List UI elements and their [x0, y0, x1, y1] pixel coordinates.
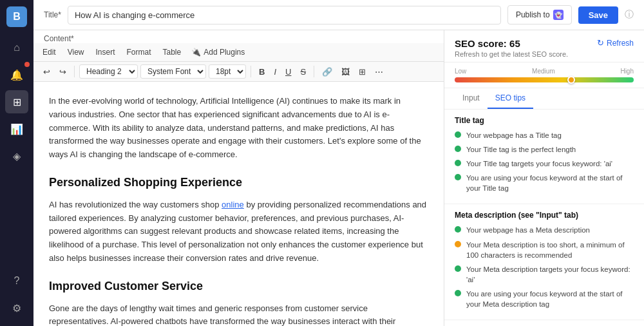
seo-item-text: Your Title tag targets your focus keywor… — [466, 158, 612, 169]
sidebar: B ⌂ 🔔 ⊞ 📊 ◈ ? ⚙ — [0, 0, 33, 326]
editor-menu: Edit View Insert Format Table 🔌 Add Plug… — [33, 43, 444, 62]
seo-bar-labels: Low Medium High — [455, 68, 634, 75]
refresh-label: Refresh — [607, 39, 634, 48]
status-dot-green — [455, 290, 461, 296]
seo-item-text: Your Meta description is too short, a mi… — [466, 240, 634, 260]
notification-icon[interactable]: 🔔 — [5, 63, 28, 86]
seo-bar-container: Low Medium High — [444, 62, 644, 88]
seo-item: Your webpage has a Meta description — [455, 225, 634, 235]
undo-button[interactable]: ↩ — [40, 65, 53, 79]
seo-item: Your Meta description is too short, a mi… — [455, 240, 634, 260]
publish-button[interactable]: Publish to 👻 — [507, 5, 572, 24]
seo-subtitle: Refresh to get the latest SEO score. — [455, 50, 568, 58]
menu-edit[interactable]: Edit — [41, 46, 57, 59]
italic-button[interactable]: I — [270, 65, 279, 79]
refresh-icon: ↻ — [597, 38, 604, 48]
save-button[interactable]: Save — [578, 6, 618, 24]
seo-score-info: SEO score: 65 Refresh to get the latest … — [455, 38, 568, 58]
help-icon[interactable]: ? — [5, 269, 28, 292]
online-link[interactable]: online — [222, 200, 244, 209]
seo-item: Your Title tag targets your focus keywor… — [455, 158, 634, 169]
editor-wrapper: Content* Edit View Insert Format Table 🔌… — [33, 30, 644, 326]
seo-headings-section: Page headings Your webpage has a H1 tag … — [444, 320, 644, 326]
status-dot-green — [455, 265, 461, 272]
status-dot-green — [455, 174, 461, 180]
seo-header: SEO score: 65 Refresh to get the latest … — [444, 30, 644, 62]
heading-select[interactable]: Heading 2 Heading 1 Heading 3 Paragraph — [79, 64, 138, 79]
heading-personalized: Personalized Shopping Experience — [49, 173, 428, 192]
title-input[interactable] — [68, 6, 501, 24]
seo-item-text: You are using your focus keyword at the … — [466, 289, 634, 309]
seo-item-text: Your webpage has a Meta description — [466, 225, 590, 235]
para-customer-service: Gone are the days of lengthy wait times … — [49, 302, 428, 326]
notification-badge: 🔔 — [5, 63, 28, 86]
tab-seo-tips[interactable]: SEO tips — [488, 88, 533, 109]
seo-item-text: Your webpage has a Title tag — [466, 130, 562, 140]
strikethrough-button[interactable]: S — [297, 65, 309, 79]
seo-bar-indicator — [567, 76, 575, 84]
toolbar-sep-3 — [314, 66, 314, 77]
seo-item-text: Your Title tag is the perfect length — [466, 144, 576, 155]
status-dot-yellow — [455, 241, 461, 247]
chart-icon[interactable]: 📊 — [5, 117, 28, 140]
editor-content[interactable]: In the ever-evolving world of technology… — [33, 82, 444, 326]
add-plugins-label: Add Plugins — [204, 48, 245, 57]
status-dot-green — [455, 160, 461, 166]
seo-title-tag-heading: Title tag — [455, 116, 634, 125]
home-icon[interactable]: ⌂ — [5, 36, 28, 59]
size-select[interactable]: 18pt — [209, 64, 246, 79]
seo-item: Your webpage has a Title tag — [455, 130, 634, 140]
info-icon[interactable]: ⓘ — [625, 9, 634, 21]
puzzle-icon[interactable]: ◈ — [5, 144, 28, 168]
notification-dot — [24, 62, 30, 67]
bar-label-high: High — [620, 68, 634, 75]
topbar: Title* Publish to 👻 Save ⓘ — [33, 0, 644, 30]
seo-item: Your Title tag is the perfect length — [455, 144, 634, 155]
font-select[interactable]: System Font — [140, 64, 206, 79]
status-dot-green — [455, 131, 461, 138]
bar-label-low: Low — [455, 68, 466, 75]
seo-score-bar — [455, 77, 634, 82]
seo-item: Your Meta description targets your focus… — [455, 264, 634, 285]
bold-button[interactable]: B — [256, 65, 268, 79]
title-label: Title* — [44, 10, 61, 19]
toolbar-sep-1 — [74, 66, 75, 77]
puzzle-small-icon: 🔌 — [191, 48, 201, 57]
seo-title-tag-section: Title tag Your webpage has a Title tag Y… — [444, 110, 644, 204]
content-label: Content* — [33, 30, 444, 43]
bar-label-medium: Medium — [532, 68, 555, 75]
add-plugins-button[interactable]: 🔌 Add Plugins — [191, 48, 245, 57]
status-dot-green — [455, 226, 461, 233]
seo-item: You are using your focus keyword at the … — [455, 173, 634, 193]
ghost-icon: 👻 — [553, 10, 564, 20]
toolbar-sep-2 — [251, 66, 251, 77]
editor-toolbar: ↩ ↪ Heading 2 Heading 1 Heading 3 Paragr… — [33, 62, 444, 82]
underline-button[interactable]: U — [282, 65, 294, 79]
link-button[interactable]: 🔗 — [319, 65, 336, 79]
seo-panel: SEO score: 65 Refresh to get the latest … — [444, 30, 644, 326]
menu-format[interactable]: Format — [126, 46, 153, 59]
menu-table[interactable]: Table — [162, 46, 183, 59]
menu-insert[interactable]: Insert — [94, 46, 116, 59]
publish-label: Publish to — [516, 10, 550, 19]
table-button[interactable]: ⊞ — [355, 65, 369, 79]
editor-panel: Content* Edit View Insert Format Table 🔌… — [33, 30, 444, 326]
refresh-button[interactable]: ↻ Refresh — [597, 38, 634, 48]
sidebar-logo[interactable]: B — [6, 6, 27, 27]
redo-button[interactable]: ↪ — [56, 65, 70, 79]
settings-icon[interactable]: ⚙ — [5, 296, 28, 320]
para-personalized: AI has revolutionized the way customers … — [49, 198, 428, 265]
tab-input[interactable]: Input — [455, 88, 488, 109]
seo-item-text: Your Meta description targets your focus… — [466, 264, 634, 285]
layout-icon[interactable]: ⊞ — [5, 90, 28, 113]
seo-item-text: You are using your focus keyword at the … — [466, 173, 634, 193]
menu-view[interactable]: View — [66, 46, 86, 59]
more-button[interactable]: ⋯ — [372, 65, 386, 79]
image-button[interactable]: 🖼 — [338, 65, 353, 79]
status-dot-green — [455, 146, 461, 152]
seo-item: You are using your focus keyword at the … — [455, 289, 634, 309]
main-area: Title* Publish to 👻 Save ⓘ Content* Edit… — [33, 0, 644, 326]
seo-score-title: SEO score: 65 — [455, 38, 568, 49]
seo-meta-section: Meta description (see "Input" tab) Your … — [444, 204, 644, 320]
seo-tabs: Input SEO tips — [444, 88, 644, 110]
